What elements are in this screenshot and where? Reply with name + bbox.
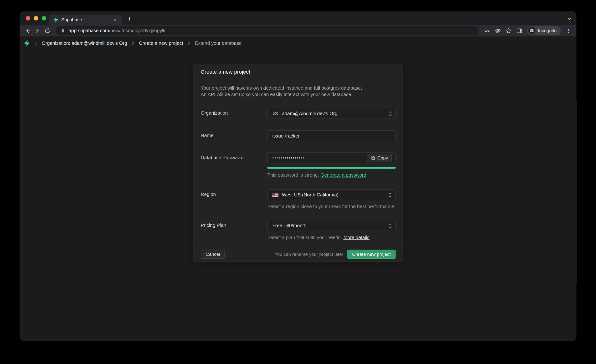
organization-row: Organization — [201, 108, 396, 119]
create-new-project-button[interactable]: Create new project — [347, 250, 396, 259]
select-chevrons-icon — [388, 192, 392, 198]
region-value: West US (North California) — [282, 192, 339, 197]
breadcrumb-chevron-icon — [35, 41, 37, 45]
form-rows: Organization — [193, 104, 402, 241]
lock-icon[interactable] — [61, 28, 65, 33]
pricing-helper-text: Select a plan that suits your needs. — [267, 235, 342, 240]
browser-window: Supabase × + — [20, 11, 576, 341]
incognito-label: Incognito — [538, 28, 556, 33]
window-controls — [26, 16, 46, 21]
organization-users-icon — [272, 110, 278, 117]
region-row: Region — [201, 189, 396, 210]
desktop: Supabase × + — [0, 0, 596, 364]
password-masked-value: •••••••••••••••• — [272, 156, 305, 160]
minimize-window-button[interactable] — [34, 16, 38, 21]
pricing-select[interactable]: Free - $0/month — [267, 220, 395, 231]
breadcrumb-create-project[interactable]: Create a new project — [139, 41, 183, 46]
tab-favicon-supabase-icon — [53, 17, 58, 22]
region-select[interactable]: West US (North California) — [267, 189, 395, 200]
description-line-2: An API will be set up so you can easily … — [201, 91, 395, 98]
region-helper: Select a region close to your users for … — [267, 204, 395, 210]
copy-icon — [371, 156, 375, 160]
zoom-window-button[interactable] — [42, 16, 46, 21]
forward-button[interactable] — [33, 26, 43, 36]
card-footer: Cancel You can rename your project later… — [193, 246, 402, 261]
url-path: /new/jfnsmqoynldvxjyhpylk — [109, 28, 165, 33]
tab-search-chevron-icon[interactable] — [566, 15, 573, 22]
password-strength-bar — [267, 167, 395, 169]
side-panel-icon[interactable] — [514, 26, 524, 36]
breadcrumb-chevron-icon — [132, 41, 134, 45]
password-strength-helper: This password is strong.Generate a passw… — [267, 172, 395, 178]
supabase-logo-icon[interactable] — [23, 40, 30, 46]
back-button[interactable] — [23, 26, 33, 36]
password-label: Database Password — [201, 152, 268, 160]
card-description: Your project will have its own dedicated… — [193, 80, 402, 103]
copy-label: Copy — [377, 155, 388, 160]
toolbar-actions: Incognito — [482, 26, 573, 36]
browser-tab-supabase[interactable]: Supabase × — [49, 15, 122, 25]
close-window-button[interactable] — [26, 16, 30, 21]
name-label: Name — [201, 130, 268, 138]
address-bar[interactable]: app.supabase.com/new/jfnsmqoynldvxjyhpyl… — [56, 26, 478, 35]
organization-label: Organization — [201, 108, 268, 116]
tab-close-icon[interactable]: × — [112, 17, 119, 23]
pricing-label: Pricing Plan — [201, 220, 268, 228]
incognito-badge[interactable]: Incognito — [527, 26, 561, 35]
copy-password-button[interactable]: Copy — [367, 154, 392, 162]
breadcrumb-extend-database[interactable]: Extend your database — [195, 41, 241, 46]
pricing-row: Pricing Plan Free - $0/month Selec — [201, 220, 396, 241]
name-value: issue-tracker — [272, 133, 300, 139]
bookmark-star-icon[interactable] — [504, 26, 514, 36]
breadcrumb-organization[interactable]: Organization: adam@windmill.dev's Org — [42, 41, 127, 46]
site-breadcrumb-bar: Organization: adam@windmill.dev's Org Cr… — [20, 37, 576, 50]
browser-menu-kebab-icon[interactable] — [563, 26, 573, 36]
tab-strip: Supabase × + — [20, 11, 576, 25]
tab-title: Supabase — [61, 17, 109, 22]
incognito-icon — [528, 27, 536, 34]
breadcrumb-chevron-icon — [188, 41, 190, 45]
new-tab-button[interactable]: + — [125, 15, 134, 23]
eye-off-icon[interactable] — [493, 26, 503, 36]
rename-note: You can rename your project later — [274, 252, 343, 257]
reload-button[interactable] — [42, 26, 52, 36]
name-row: Name issue-tracker — [201, 130, 396, 141]
card-title: Create a new project — [193, 64, 402, 80]
generate-password-link[interactable]: Generate a password — [320, 173, 366, 178]
password-strength-text: This password is strong. — [267, 173, 319, 178]
organization-select[interactable]: adam@windmill.dev's Org — [267, 108, 395, 119]
more-details-link[interactable]: More details — [343, 235, 369, 240]
password-row: Database Password •••••••••••••••• — [201, 152, 396, 178]
select-chevrons-icon — [388, 110, 392, 117]
url-text: app.supabase.com/new/jfnsmqoynldvxjyhpyl… — [69, 28, 165, 33]
browser-toolbar: app.supabase.com/new/jfnsmqoynldvxjyhpyl… — [20, 25, 576, 37]
region-label: Region — [201, 189, 268, 197]
password-input[interactable]: •••••••••••••••• Copy — [267, 152, 395, 163]
password-key-icon[interactable] — [482, 26, 492, 36]
organization-value: adam@windmill.dev's Org — [282, 111, 338, 116]
pricing-value: Free - $0/month — [272, 223, 306, 228]
pricing-helper: Select a plan that suits your needs.More… — [267, 234, 395, 241]
page-content: Create a new project Your project will h… — [20, 50, 576, 341]
us-flag-icon — [272, 192, 278, 197]
url-domain: app.supabase.com — [69, 28, 109, 33]
description-line-1: Your project will have its own dedicated… — [201, 85, 395, 91]
cancel-button[interactable]: Cancel — [201, 250, 225, 259]
create-project-card: Create a new project Your project will h… — [193, 64, 403, 262]
name-input[interactable]: issue-tracker — [267, 130, 395, 141]
select-chevrons-icon — [388, 223, 392, 229]
